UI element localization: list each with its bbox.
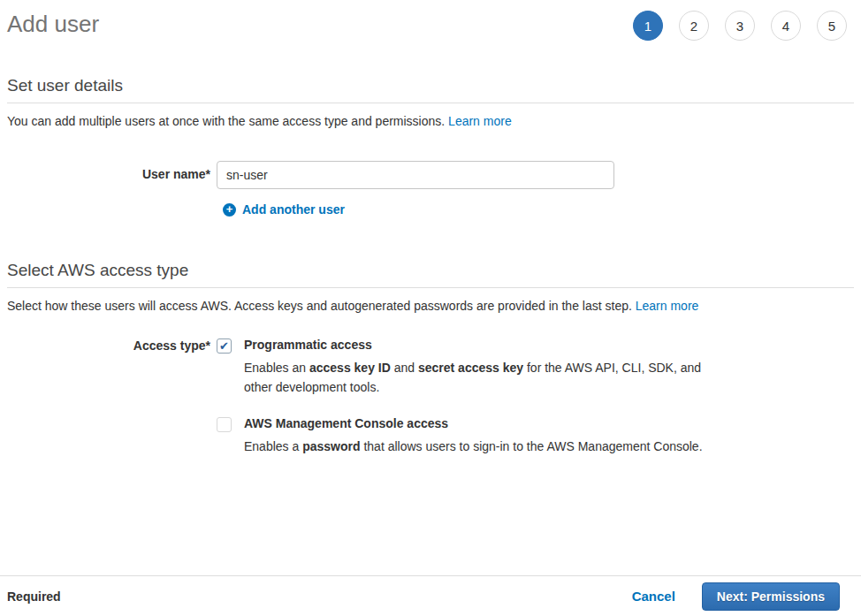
required-note: Required (7, 589, 61, 604)
set-user-details-heading: Set user details (7, 76, 854, 103)
access-type-label: Access type* (7, 338, 217, 353)
step-indicator: 1 2 3 4 5 (633, 11, 847, 41)
step-circle-4: 4 (771, 11, 801, 41)
access-type-intro: Select how these users will access AWS. … (7, 299, 854, 313)
programmatic-access-option: ✔ Programmatic access Enables an access … (217, 338, 712, 397)
user-name-row: User name* (7, 161, 854, 189)
step-number: 1 (644, 19, 651, 34)
learn-more-link-access-type[interactable]: Learn more (636, 299, 699, 313)
desc-text: Enables a (244, 439, 302, 453)
access-type-options: ✔ Programmatic access Enables an access … (217, 338, 712, 456)
user-name-label: User name* (7, 161, 217, 181)
add-icon: + (223, 203, 236, 217)
user-details-intro-text: You can add multiple users at once with … (7, 114, 445, 128)
console-access-text: AWS Management Console access Enables a … (244, 416, 703, 456)
desc-text: and (391, 361, 418, 375)
programmatic-access-title[interactable]: Programmatic access (244, 338, 712, 352)
desc-text: Enables an (244, 361, 309, 375)
learn-more-link-user-details[interactable]: Learn more (448, 114, 512, 128)
desc-text: that allows users to sign-in to the AWS … (361, 439, 703, 453)
next-permissions-button[interactable]: Next: Permissions (702, 582, 840, 611)
console-access-description: Enables a password that allows users to … (244, 437, 703, 456)
add-another-user-row[interactable]: + Add another user (223, 202, 854, 217)
select-access-type-heading: Select AWS access type (7, 261, 854, 288)
user-details-intro: You can add multiple users at once with … (7, 114, 854, 128)
step-number: 5 (828, 19, 835, 34)
programmatic-access-description: Enables an access key ID and secret acce… (244, 358, 712, 397)
desc-bold: password (302, 439, 360, 453)
access-type-intro-text: Select how these users will access AWS. … (7, 299, 632, 313)
page-header: Add user 1 2 3 4 5 (7, 11, 854, 41)
add-user-page: Add user 1 2 3 4 5 Set user details You … (0, 0, 861, 575)
programmatic-access-checkbox[interactable]: ✔ (217, 338, 232, 354)
step-number: 4 (782, 19, 789, 34)
console-access-option: AWS Management Console access Enables a … (217, 416, 712, 456)
step-number: 2 (690, 19, 697, 34)
check-icon: ✔ (219, 340, 229, 352)
add-another-user-link[interactable]: Add another user (242, 202, 345, 217)
footer-actions: Cancel Next: Permissions (632, 582, 840, 611)
user-name-input[interactable] (217, 161, 614, 189)
step-circle-3: 3 (725, 11, 755, 41)
step-circle-1: 1 (633, 11, 663, 41)
wizard-footer: Required Cancel Next: Permissions (0, 575, 861, 616)
page-title: Add user (7, 11, 99, 37)
step-number: 3 (736, 19, 743, 34)
console-access-checkbox[interactable] (217, 417, 232, 432)
desc-bold: access key ID (309, 361, 391, 375)
step-circle-5: 5 (817, 11, 847, 41)
console-access-title[interactable]: AWS Management Console access (244, 416, 703, 430)
programmatic-access-text: Programmatic access Enables an access ke… (244, 338, 712, 397)
desc-bold: secret access key (418, 361, 523, 375)
cancel-link[interactable]: Cancel (632, 589, 675, 604)
step-circle-2: 2 (679, 11, 709, 41)
access-type-row: Access type* ✔ Programmatic access Enabl… (7, 338, 854, 456)
